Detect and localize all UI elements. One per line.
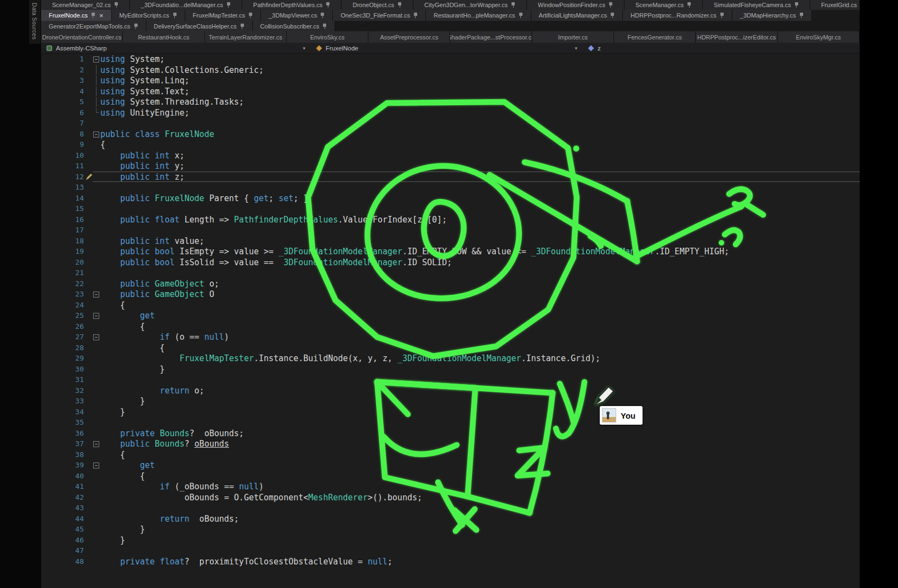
tab-scenemanager-02-cs[interactable]: SceneManager_02.cs bbox=[41, 0, 130, 10]
tab-scenemanager-cs[interactable]: SceneManager.cs bbox=[624, 0, 703, 10]
tab-artificiallightsmanager-cs[interactable]: ArtificialLightsManager.cs bbox=[531, 10, 623, 21]
code-line-21[interactable]: 21 bbox=[41, 267, 860, 278]
pin-icon[interactable] bbox=[720, 12, 724, 19]
tab-fruxelgrid-cs[interactable]: FruxelGrid.cs bbox=[810, 0, 860, 10]
code-line-35[interactable]: 35 bbox=[41, 417, 860, 428]
project-dropdown[interactable]: Assembly-CSharp ▾ bbox=[41, 43, 311, 53]
code-line-30[interactable]: 30 } bbox=[41, 364, 860, 375]
code-line-40[interactable]: 40 { bbox=[41, 471, 860, 482]
tab-generator2exportmaptools-cs[interactable]: Generator2ExportMapTools.cs bbox=[41, 21, 146, 31]
tab-shaderpackage-stprocessor-cs[interactable]: ShaderPackage...stProcessor.cs bbox=[450, 31, 532, 43]
code-line-33[interactable]: 33 } bbox=[41, 396, 860, 407]
code-line-18[interactable]: 18 public int value; bbox=[41, 236, 860, 247]
fold-collapse-icon[interactable]: − bbox=[93, 460, 100, 470]
code-line-37[interactable]: 37− public Bounds? oBounds bbox=[41, 438, 860, 449]
code-line-43[interactable]: 43 bbox=[41, 503, 860, 513]
tab-fencesgenerator-cs[interactable]: FencesGenerator.cs bbox=[614, 31, 696, 43]
type-dropdown[interactable]: FruxelNode ▾ bbox=[311, 43, 583, 53]
code-line-31[interactable]: 31 bbox=[41, 374, 860, 385]
code-line-32[interactable]: 32 return o; bbox=[41, 385, 860, 396]
fold-collapse-icon[interactable]: − bbox=[93, 332, 100, 342]
pin-icon[interactable] bbox=[248, 12, 253, 19]
tab-collisionsubscriber-cs[interactable]: CollisionSubscriber.cs bbox=[253, 21, 336, 31]
fold-collapse-icon[interactable]: − bbox=[93, 129, 100, 139]
fold-collapse-icon[interactable]: − bbox=[93, 439, 100, 449]
code-line-8[interactable]: 8−public class FruxelNode bbox=[41, 129, 860, 140]
pin-icon[interactable] bbox=[413, 12, 418, 19]
tab-droneorientationcontroller-cs[interactable]: DroneOrientationController.cs bbox=[41, 31, 123, 43]
code-line-27[interactable]: 27− if (o == null) bbox=[41, 332, 860, 342]
tab-onesec3d-fileformat-cs[interactable]: OneSec3D_FileFormat.cs bbox=[333, 10, 426, 21]
tab-restauranthook-cs[interactable]: RestaurantHook.cs bbox=[123, 31, 204, 43]
code-line-2[interactable]: 2using System.Collections.Generic; bbox=[41, 65, 860, 76]
close-icon[interactable]: × bbox=[99, 12, 104, 19]
pin-icon[interactable] bbox=[610, 12, 615, 19]
code-line-22[interactable]: 22 public GameObject o; bbox=[41, 278, 860, 289]
tab-restaurantho-plemanager-cs[interactable]: RestaurantHo...pleManager.cs bbox=[426, 10, 531, 21]
code-line-42[interactable]: 42 _oBounds = O.GetComponent<MeshRendere… bbox=[41, 492, 860, 503]
code-editor[interactable]: 1−using System;2using System.Collections… bbox=[41, 54, 860, 588]
pin-icon[interactable] bbox=[799, 12, 804, 19]
code-line-6[interactable]: 6using UnityEngine; bbox=[41, 107, 860, 118]
pin-icon[interactable] bbox=[91, 12, 95, 19]
member-dropdown[interactable]: z bbox=[583, 43, 860, 53]
code-line-25[interactable]: 25− get bbox=[41, 310, 860, 321]
code-line-1[interactable]: 1−using System; bbox=[41, 54, 860, 65]
code-line-36[interactable]: 36 private Bounds? _oBounds; bbox=[41, 428, 860, 439]
code-line-19[interactable]: 19 public bool IsEmpty => value >= _3DFo… bbox=[41, 246, 860, 257]
code-line-44[interactable]: 44 return _oBounds; bbox=[41, 513, 860, 524]
tab-3dmapviewer-cs[interactable]: _3DMapViewer.cs bbox=[261, 10, 333, 21]
tab-deliverysurfaceclasshelper-cs[interactable]: DeliverySurfaceClassHelper.cs bbox=[146, 21, 253, 31]
fold-collapse-icon[interactable]: − bbox=[93, 311, 100, 321]
code-line-34[interactable]: 34 } bbox=[41, 407, 860, 418]
code-line-20[interactable]: 20 public bool IsSolid => value == _3DFo… bbox=[41, 257, 860, 268]
code-line-12[interactable]: 12 public int z; bbox=[41, 172, 860, 182]
pin-icon[interactable] bbox=[173, 12, 177, 19]
pin-icon[interactable] bbox=[134, 23, 138, 30]
pin-icon[interactable] bbox=[687, 2, 691, 8]
pin-icon[interactable] bbox=[511, 2, 515, 8]
code-line-26[interactable]: 26 { bbox=[41, 321, 860, 332]
tab-hdrppostproc-izereditor-cs[interactable]: HDRPPostproc...izerEditor.cs bbox=[696, 31, 777, 43]
code-line-7[interactable]: 7 bbox=[41, 118, 860, 129]
pin-icon[interactable] bbox=[226, 2, 231, 8]
tab-fruxelmaptester-cs[interactable]: FruxelMapTester.cs bbox=[185, 10, 261, 21]
pin-icon[interactable] bbox=[397, 2, 402, 8]
pin-icon[interactable] bbox=[320, 12, 325, 19]
code-line-5[interactable]: 5using System.Threading.Tasks; bbox=[41, 96, 860, 107]
tab-fruxelnode-cs[interactable]: FruxelNode.cs× bbox=[41, 10, 112, 21]
tab-3dmaphierarchy-cs[interactable]: _3DMapHierarchy.cs bbox=[732, 10, 812, 21]
data-sources-tab[interactable]: Data Sources bbox=[29, 0, 41, 44]
tab-enviroskymgr-cs[interactable]: EnviroSkyMgr.cs bbox=[778, 31, 860, 43]
code-line-38[interactable]: 38 { bbox=[41, 449, 860, 460]
pin-icon[interactable] bbox=[519, 12, 523, 19]
code-line-14[interactable]: 14 public FruxelNode Parent { get; set; … bbox=[41, 193, 860, 204]
pin-icon[interactable] bbox=[240, 23, 245, 30]
tab-terrainlayerrandomizer-cs[interactable]: TerrainLayerRandomizer.cs bbox=[205, 31, 287, 43]
pin-icon[interactable] bbox=[609, 2, 613, 8]
tab-importer-cs[interactable]: Importer.cs bbox=[532, 31, 614, 43]
code-line-17[interactable]: 17 bbox=[41, 225, 860, 236]
tab-simulatedfisheyecamera-cs[interactable]: SimulatedFisheyeCamera.cs bbox=[703, 0, 810, 10]
pin-icon[interactable] bbox=[326, 2, 330, 8]
code-line-3[interactable]: 3using System.Linq; bbox=[41, 75, 860, 86]
code-line-41[interactable]: 41 if (_oBounds == null) bbox=[41, 481, 860, 492]
code-line-29[interactable]: 29 FruxelMapTester.Instance.BuildNode(x,… bbox=[41, 353, 860, 364]
code-line-39[interactable]: 39− get bbox=[41, 460, 860, 471]
tab-windowpositionfinder-cs[interactable]: WindowPositionFinder.cs bbox=[527, 0, 624, 10]
code-line-48[interactable]: 48 private float? _proximityToClosestObs… bbox=[41, 556, 860, 567]
code-line-15[interactable]: 15 bbox=[41, 203, 860, 214]
code-line-24[interactable]: 24 { bbox=[41, 300, 860, 311]
pin-icon[interactable] bbox=[114, 2, 118, 8]
code-line-11[interactable]: 11 public int y; bbox=[41, 161, 860, 172]
fold-collapse-icon[interactable]: − bbox=[93, 289, 100, 299]
tab-droneobject-cs[interactable]: DroneObject.cs bbox=[342, 0, 413, 10]
code-line-28[interactable]: 28 { bbox=[41, 342, 860, 353]
code-line-23[interactable]: 23− public GameObject O bbox=[41, 289, 860, 300]
code-line-10[interactable]: 10 public int x; bbox=[41, 150, 860, 161]
pin-icon[interactable] bbox=[794, 2, 799, 8]
tab-3dfoundatio-delmanager-cs[interactable]: _3DFoundatio...delManager.cs bbox=[130, 0, 242, 10]
pin-icon[interactable] bbox=[322, 23, 327, 30]
tab-assetpreprocessor-cs[interactable]: AssetPreprocessor.cs bbox=[368, 31, 450, 43]
code-line-46[interactable]: 46 } bbox=[41, 535, 860, 546]
